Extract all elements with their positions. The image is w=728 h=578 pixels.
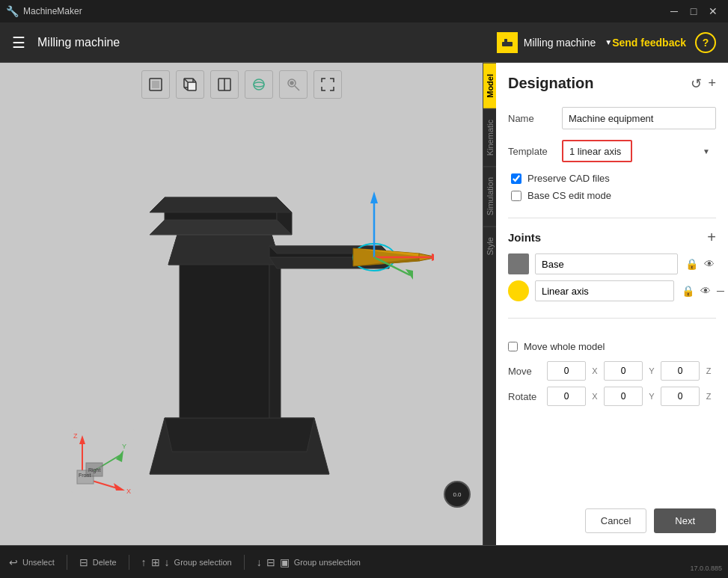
bottom-bar: ↩ Unselect ⊟ Delete ↑ ⊞ ↓ Group selectio… bbox=[0, 545, 728, 578]
joint-base-lock-button[interactable]: 🔒 bbox=[684, 256, 700, 271]
joint-linear-input[interactable] bbox=[535, 280, 674, 301]
svg-marker-23 bbox=[150, 220, 292, 235]
template-select-wrapper: 1 linear axis 2 linear axes 3 linear axe… bbox=[562, 140, 716, 162]
hamburger-button[interactable]: ☰ bbox=[12, 34, 25, 52]
rotate-y-label: Y bbox=[646, 392, 658, 401]
delete-icon: ⊟ bbox=[79, 556, 88, 568]
delete-button[interactable]: ⊟ Delete bbox=[79, 556, 117, 568]
template-select[interactable]: 1 linear axis 2 linear axes 3 linear axe… bbox=[562, 140, 632, 162]
group-selection-label: Group selection bbox=[174, 558, 232, 567]
panel-footer: Cancel Next bbox=[508, 496, 716, 533]
separator-3 bbox=[244, 555, 245, 570]
svg-text:Y: Y bbox=[122, 443, 126, 450]
tab-simulation[interactable]: Simulation bbox=[483, 166, 496, 226]
joint-linear-remove-button[interactable]: ─ bbox=[715, 283, 726, 298]
group-unsel-down-icon: ↓ bbox=[257, 556, 262, 568]
preserve-cad-label[interactable]: Preserve CAD files bbox=[527, 173, 610, 184]
move-y-input[interactable] bbox=[604, 361, 643, 381]
cancel-button[interactable]: Cancel bbox=[585, 508, 646, 533]
rotate-z-input[interactable] bbox=[661, 387, 700, 406]
dropdown-arrow-icon[interactable]: ▼ bbox=[605, 38, 612, 46]
move-z-input[interactable] bbox=[661, 361, 700, 381]
joint-linear-actions: 🔒 👁 ─ bbox=[680, 283, 726, 298]
separator-2 bbox=[129, 555, 129, 570]
joints-add-button[interactable]: + bbox=[707, 229, 716, 246]
svg-rect-0 bbox=[502, 42, 513, 46]
move-whole-checkbox[interactable] bbox=[508, 342, 518, 351]
svg-rect-1 bbox=[504, 39, 507, 42]
template-label: Template bbox=[508, 146, 562, 157]
viewport-toolbar bbox=[141, 70, 342, 99]
base-cs-checkbox[interactable] bbox=[511, 191, 521, 201]
template-field-row: Template 1 linear axis 2 linear axes 3 l… bbox=[508, 140, 716, 162]
zoom-button[interactable] bbox=[279, 70, 308, 99]
group-unselection-button[interactable]: ↓ ⊟ ▣ Group unselection bbox=[257, 556, 361, 568]
svg-rect-5 bbox=[188, 82, 196, 90]
move-section: Move whole model Move X Y Z Rotate bbox=[508, 341, 716, 412]
front-view-button[interactable] bbox=[141, 70, 170, 99]
send-feedback-button[interactable]: Send feedback bbox=[612, 37, 686, 49]
move-coords-row: Move X Y Z bbox=[508, 361, 716, 381]
svg-point-15 bbox=[290, 82, 293, 84]
help-button[interactable]: ? bbox=[695, 32, 716, 53]
fit-view-button[interactable] bbox=[313, 70, 342, 99]
group-up-icon: ↑ bbox=[141, 556, 147, 568]
svg-rect-3 bbox=[152, 81, 159, 88]
perspective-view-button[interactable] bbox=[176, 70, 204, 99]
rotate-x-input[interactable] bbox=[547, 387, 586, 406]
side-view-button[interactable] bbox=[210, 70, 239, 99]
delete-label: Delete bbox=[93, 558, 117, 567]
orbit-button[interactable] bbox=[245, 70, 273, 99]
divider-2 bbox=[508, 318, 716, 319]
close-button[interactable]: ✕ bbox=[704, 2, 722, 20]
name-input[interactable] bbox=[562, 107, 716, 129]
group-selection-button[interactable]: ↑ ⊞ ↓ Group selection bbox=[141, 556, 232, 568]
next-button[interactable]: Next bbox=[654, 508, 716, 533]
rotate-y-input[interactable] bbox=[604, 387, 643, 406]
tab-kinematic[interactable]: Kinematic bbox=[483, 108, 496, 166]
titlebar-controls: ─ □ ✕ bbox=[665, 2, 722, 20]
content-area: Z X Y Front Right 0.0 Model Kinematic Si… bbox=[0, 63, 728, 545]
joint-linear-visible-button[interactable]: 👁 bbox=[699, 283, 712, 298]
name-label: Name bbox=[508, 113, 562, 124]
joint-base-visible-button[interactable]: 👁 bbox=[703, 256, 716, 271]
group-unselection-label: Group unselection bbox=[294, 558, 361, 567]
titlebar-left: 🔧 MachineMaker bbox=[6, 5, 82, 17]
base-cs-label[interactable]: Base CS edit mode bbox=[527, 190, 611, 201]
joint-base-input[interactable] bbox=[535, 253, 678, 274]
maximize-button[interactable]: □ bbox=[685, 2, 703, 20]
unselect-button[interactable]: ↩ Unselect bbox=[9, 556, 55, 568]
rotate-coords-row: Rotate X Y Z bbox=[508, 387, 716, 406]
move-coords: X Y Z bbox=[547, 361, 716, 381]
svg-text:Front: Front bbox=[79, 473, 91, 478]
speed-value: 0.0 bbox=[453, 491, 461, 498]
minimize-button[interactable]: ─ bbox=[665, 2, 683, 20]
add-button[interactable]: + bbox=[708, 76, 716, 92]
svg-marker-18 bbox=[165, 418, 314, 452]
svg-text:Z: Z bbox=[73, 432, 78, 440]
group-unsel-icon: ⊟ bbox=[266, 556, 275, 568]
panel-header: Designation ↺ + bbox=[508, 75, 716, 92]
main-header: ☰ Milling machine Milling machine ▼ Send… bbox=[0, 22, 728, 63]
joint-linear-lock-button[interactable]: 🔒 bbox=[680, 283, 696, 298]
tab-model[interactable]: Model bbox=[483, 63, 496, 108]
move-x-input[interactable] bbox=[547, 361, 586, 381]
refresh-button[interactable]: ↺ bbox=[691, 76, 702, 92]
tab-style[interactable]: Style bbox=[483, 226, 496, 265]
divider-1 bbox=[508, 218, 716, 218]
joint-base-icon bbox=[508, 253, 529, 274]
machine-icon bbox=[497, 32, 518, 53]
preserve-cad-checkbox[interactable] bbox=[511, 173, 521, 184]
panel-title: Designation bbox=[508, 75, 593, 92]
svg-point-12 bbox=[254, 82, 264, 87]
svg-marker-26 bbox=[150, 197, 292, 212]
joint-linear-icon bbox=[508, 280, 529, 301]
viewport[interactable]: Z X Y Front Right 0.0 bbox=[0, 63, 483, 545]
separator-1 bbox=[67, 555, 67, 570]
joint-base-actions: 🔒 👁 bbox=[684, 256, 716, 271]
move-whole-label[interactable]: Move whole model bbox=[524, 341, 605, 352]
version-tag: 17.0.0.885 bbox=[690, 565, 722, 572]
rotate-z-label: Z bbox=[703, 392, 715, 401]
app-name: MachineMaker bbox=[23, 6, 82, 16]
move-label: Move bbox=[508, 366, 547, 377]
